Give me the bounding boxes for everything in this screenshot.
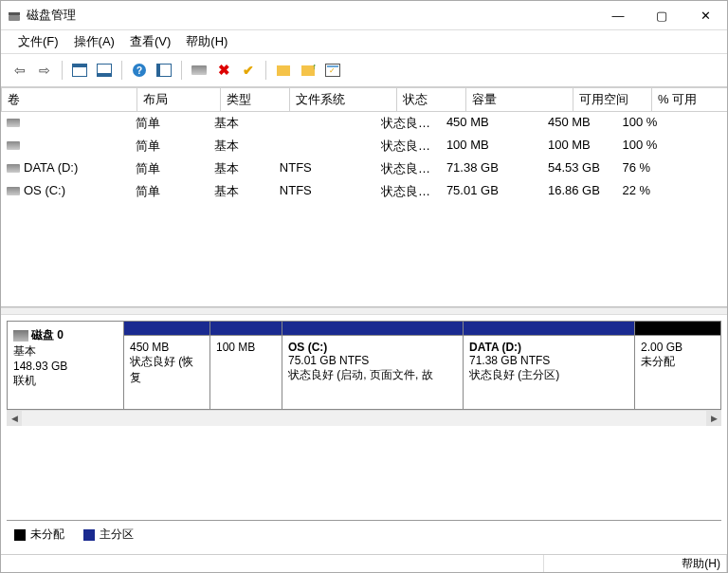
menu-file[interactable]: 文件(F)	[10, 31, 66, 52]
cell: 100 %	[616, 114, 727, 133]
cell: 简单	[130, 159, 209, 178]
disk-name: 磁盘 0	[31, 328, 64, 342]
table-row[interactable]: 简单基本状态良好 (…100 MB100 MB100 %	[1, 135, 727, 157]
partition[interactable]: 2.00 GB未分配	[635, 322, 720, 409]
col-percent[interactable]: % 可用	[652, 88, 728, 112]
cell: 基本	[209, 137, 274, 156]
legend: 未分配 主分区	[7, 520, 721, 548]
scroll-track[interactable]	[22, 411, 706, 426]
col-type[interactable]: 类型	[221, 88, 290, 112]
status-bar: 帮助(H)	[1, 554, 727, 572]
forward-button[interactable]: ⇨	[33, 59, 56, 82]
panel-split-icon	[156, 64, 172, 77]
toolbar-separator	[121, 61, 122, 80]
table-row[interactable]: OS (C:)简单基本NTFS状态良好 (…75.01 GB16.86 GB22…	[1, 180, 727, 203]
help-icon: ?	[133, 64, 146, 77]
table-row[interactable]: 简单基本状态良好 (…450 MB450 MB100 %	[1, 112, 727, 135]
menu-action[interactable]: 操作(A)	[66, 31, 122, 52]
partition-bar	[124, 322, 209, 335]
cell: 76 %	[616, 159, 727, 178]
partition[interactable]: DATA (D:)71.38 GB NTFS状态良好 (主分区)	[464, 322, 635, 409]
partition-info: 450 MB状态良好 (恢复	[124, 335, 209, 409]
cell: 简单	[130, 114, 209, 133]
partition[interactable]: 450 MB状态良好 (恢复	[124, 322, 210, 409]
check-icon: ✔	[243, 63, 254, 78]
disk-mini-icon	[191, 65, 207, 75]
folder-up-button[interactable]	[297, 59, 319, 82]
titlebar[interactable]: 磁盘管理 — ▢ ✕	[1, 1, 727, 30]
apply-button[interactable]: ✔	[237, 59, 260, 82]
col-layout[interactable]: 布局	[137, 88, 221, 112]
partition-size: 450 MB	[130, 341, 204, 354]
close-button[interactable]: ✕	[683, 1, 727, 29]
horizontal-scrollbar[interactable]: ◀ ▶	[7, 410, 721, 426]
help-button[interactable]: ?	[128, 59, 151, 82]
cell	[1, 137, 130, 156]
cell: 状态良好 (…	[375, 159, 441, 178]
menu-view[interactable]: 查看(V)	[122, 31, 178, 52]
disk-icon	[13, 330, 28, 342]
back-button[interactable]: ⇦	[9, 59, 31, 82]
cell: 100 %	[616, 137, 727, 156]
cell: DATA (D:)	[1, 159, 130, 178]
cell: 75.01 GB	[441, 182, 542, 201]
volume-icon	[7, 119, 20, 127]
col-capacity[interactable]: 容量	[466, 88, 573, 112]
refresh-button[interactable]	[188, 59, 210, 82]
cell: 基本	[209, 114, 274, 133]
partition-status: 状态良好 (启动, 页面文件, 故	[288, 367, 457, 383]
legend-black-box	[14, 529, 26, 541]
folder-button[interactable]	[272, 59, 295, 82]
partition[interactable]: 100 MB	[210, 322, 282, 409]
cell: NTFS	[274, 159, 375, 178]
cell: 54.53 GB	[542, 159, 617, 178]
disk-size: 148.93 GB	[13, 360, 118, 373]
legend-navy-box	[83, 529, 95, 541]
status-cell	[1, 555, 544, 572]
table-row[interactable]: DATA (D:)简单基本NTFS状态良好 (…71.38 GB54.53 GB…	[1, 157, 727, 180]
cell: 基本	[209, 182, 274, 201]
partition-bar	[210, 322, 282, 335]
panel-split-button[interactable]	[153, 59, 175, 82]
partition-status: 状态良好 (恢复	[130, 354, 204, 386]
splitter[interactable]	[1, 307, 727, 315]
arrow-right-icon: ⇨	[39, 63, 50, 78]
disk-type: 基本	[13, 343, 118, 360]
cell: 71.38 GB	[441, 159, 542, 178]
partition-info: 2.00 GB未分配	[635, 335, 720, 409]
cell	[274, 137, 375, 156]
maximize-button[interactable]: ▢	[640, 1, 683, 29]
scroll-right-button[interactable]: ▶	[706, 411, 721, 426]
volume-list: 卷 布局 类型 文件系统 状态 容量 可用空间 % 可用 简单基本状态良好 (……	[1, 87, 727, 307]
folder-up-icon	[301, 65, 315, 76]
partition-size: 71.38 GB NTFS	[469, 354, 628, 367]
minimize-icon: —	[612, 9, 625, 23]
cell: 状态良好 (…	[375, 114, 441, 133]
disk-label[interactable]: 磁盘 0 基本 148.93 GB 联机	[8, 322, 124, 409]
properties-button[interactable]	[321, 59, 344, 82]
col-free[interactable]: 可用空间	[573, 88, 652, 112]
minimize-button[interactable]: —	[596, 1, 640, 29]
cell	[1, 114, 130, 133]
panel-top-button[interactable]	[68, 59, 91, 82]
panel-bottom-button[interactable]	[93, 59, 116, 82]
cell: 22 %	[616, 182, 727, 201]
cell: 简单	[130, 182, 209, 201]
panel-top-icon	[72, 64, 87, 77]
disk-state: 联机	[13, 373, 118, 389]
col-status[interactable]: 状态	[397, 88, 466, 112]
partition-size: 100 MB	[216, 341, 276, 354]
partition-status: 状态良好 (主分区)	[469, 367, 628, 383]
col-filesystem[interactable]: 文件系统	[290, 88, 397, 112]
partition-info: 100 MB	[210, 335, 282, 409]
menu-help[interactable]: 帮助(H)	[178, 31, 235, 52]
status-help: 帮助(H)	[544, 555, 727, 572]
col-volume[interactable]: 卷	[2, 88, 137, 112]
partition-bar	[464, 322, 634, 335]
scroll-left-button[interactable]: ◀	[7, 411, 22, 426]
partition-info: OS (C:)75.01 GB NTFS状态良好 (启动, 页面文件, 故	[282, 335, 463, 409]
partition[interactable]: OS (C:)75.01 GB NTFS状态良好 (启动, 页面文件, 故	[282, 322, 464, 409]
toolbar-separator	[62, 61, 63, 80]
volume-icon	[7, 187, 20, 195]
delete-button[interactable]: ✖	[212, 59, 235, 82]
